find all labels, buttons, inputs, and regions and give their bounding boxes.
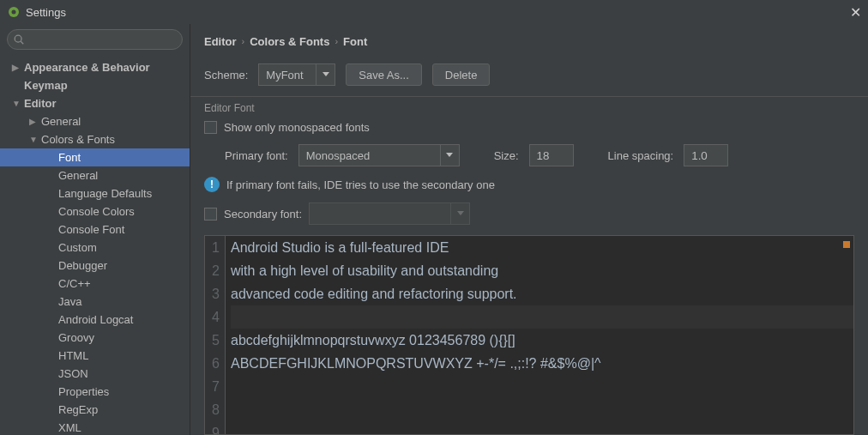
- info-icon: !: [204, 177, 220, 192]
- svg-point-1: [12, 10, 16, 15]
- size-label: Size:: [494, 149, 519, 162]
- code-line: with a high level of usability and outst…: [231, 259, 853, 282]
- tree-arrow-icon: ▼: [12, 99, 21, 108]
- tree-item-label: C/C++: [58, 277, 91, 290]
- tree-item[interactable]: Debugger: [0, 257, 190, 275]
- secondary-font-dropdown[interactable]: [309, 202, 470, 225]
- font-preview: 123456789 Android Studio is a full-featu…: [204, 235, 854, 435]
- scheme-value: MyFont: [259, 69, 316, 82]
- tree-arrow-icon: ▶: [12, 63, 21, 72]
- preview-gutter: 123456789: [205, 236, 226, 434]
- tree-item-label: Editor: [24, 97, 57, 110]
- search-input[interactable]: [7, 29, 183, 50]
- svg-point-2: [15, 35, 21, 42]
- show-monospaced-checkbox[interactable]: [204, 121, 217, 134]
- tree-item-label: Android Logcat: [58, 313, 133, 326]
- code-line: [231, 421, 853, 435]
- code-line: [231, 305, 853, 329]
- breadcrumb: Editor › Colors & Fonts › Font: [190, 24, 868, 53]
- tree-item-label: Colors & Fonts: [41, 133, 115, 146]
- tree-item[interactable]: ▶Appearance & Behavior: [0, 58, 190, 76]
- search-icon: [13, 33, 25, 45]
- gutter-line: 2: [205, 259, 220, 282]
- tree-item-label: HTML: [58, 349, 88, 362]
- tree-item[interactable]: ▼Colors & Fonts: [0, 130, 190, 148]
- close-icon[interactable]: ✕: [850, 4, 861, 21]
- tree-item[interactable]: XML: [0, 419, 190, 435]
- size-input[interactable]: [529, 144, 574, 166]
- tree-arrow-icon: ▼: [29, 135, 38, 144]
- gutter-line: 9: [205, 421, 220, 435]
- tree-item[interactable]: RegExp: [0, 401, 190, 419]
- tree-item[interactable]: Font: [0, 148, 190, 166]
- tree-item[interactable]: HTML: [0, 347, 190, 365]
- app-icon: [7, 5, 21, 19]
- code-line: advanced code editing and refactoring su…: [231, 282, 853, 305]
- tree-item-label: RegExp: [58, 403, 98, 416]
- chevron-down-icon: [440, 145, 459, 166]
- gutter-line: 8: [205, 398, 220, 421]
- breadcrumb-part[interactable]: Editor: [204, 35, 237, 48]
- tree-item[interactable]: Java: [0, 293, 190, 311]
- tree-item-label: General: [58, 169, 98, 182]
- tree-item-label: Console Colors: [58, 205, 135, 218]
- show-monospaced-label: Show only monospaced fonts: [224, 121, 370, 134]
- tree-item-label: Language Defaults: [58, 187, 152, 200]
- tree-item[interactable]: Language Defaults: [0, 184, 190, 202]
- tree-item-label: Properties: [58, 385, 109, 398]
- tree-item[interactable]: ▶General: [0, 112, 190, 130]
- tree-item[interactable]: Console Colors: [0, 202, 190, 221]
- titlebar: Settings ✕: [0, 0, 868, 24]
- tree-item[interactable]: Properties: [0, 383, 190, 401]
- primary-font-value: Monospaced: [299, 149, 440, 162]
- tree-item[interactable]: Groovy: [0, 329, 190, 347]
- tree-item[interactable]: JSON: [0, 365, 190, 383]
- tree-item-label: General: [41, 115, 81, 128]
- sidebar: ▶Appearance & BehaviorKeymap▼Editor▶Gene…: [0, 24, 190, 435]
- breadcrumb-sep: ›: [242, 36, 245, 46]
- line-spacing-input[interactable]: [684, 144, 728, 166]
- preview-code: Android Studio is a full-featured IDEwit…: [226, 236, 853, 434]
- breadcrumb-sep: ›: [335, 36, 338, 46]
- gutter-line: 6: [205, 352, 220, 375]
- tree-arrow-icon: ▶: [29, 117, 38, 126]
- window-title: Settings: [26, 6, 66, 19]
- secondary-font-label: Secondary font:: [224, 208, 302, 221]
- tree-item[interactable]: Console Font: [0, 221, 190, 239]
- tree-item[interactable]: Custom: [0, 239, 190, 257]
- svg-line-3: [21, 41, 23, 44]
- editor-font-section: Editor Font: [190, 97, 868, 116]
- tree-item-label: Custom: [58, 241, 97, 254]
- breadcrumb-part[interactable]: Colors & Fonts: [250, 35, 329, 48]
- secondary-font-checkbox[interactable]: [204, 208, 217, 221]
- gutter-line: 3: [205, 282, 220, 305]
- tree-item-label: Java: [58, 295, 81, 308]
- delete-button[interactable]: Delete: [432, 63, 491, 86]
- primary-font-dropdown[interactable]: Monospaced: [298, 144, 460, 166]
- code-line: abcdefghijklmnopqrstuvwxyz 0123456789 ()…: [231, 329, 853, 352]
- scheme-dropdown[interactable]: MyFont: [258, 63, 335, 86]
- code-line: ABCDEFGHIJKLMNOPQRSTUVWXYZ +-*/= .,;:!? …: [231, 352, 853, 375]
- svg-marker-6: [457, 211, 464, 215]
- tree-item-label: Keymap: [24, 79, 68, 92]
- line-spacing-label: Line spacing:: [608, 149, 674, 162]
- preview-marker: [843, 241, 850, 248]
- gutter-line: 1: [205, 236, 220, 259]
- tree-item[interactable]: ▼Editor: [0, 94, 190, 112]
- tree-item[interactable]: C/C++: [0, 275, 190, 293]
- tree-item-label: Appearance & Behavior: [24, 61, 150, 74]
- info-text: If primary font fails, IDE tries to use …: [226, 178, 495, 191]
- scheme-label: Scheme:: [204, 69, 248, 82]
- chevron-down-icon: [450, 203, 469, 224]
- gutter-line: 4: [205, 305, 220, 329]
- settings-tree: ▶Appearance & BehaviorKeymap▼Editor▶Gene…: [0, 55, 190, 435]
- save-as-button[interactable]: Save As...: [346, 63, 422, 86]
- tree-item-label: XML: [58, 421, 81, 434]
- tree-item[interactable]: Keymap: [0, 76, 190, 94]
- tree-item[interactable]: General: [0, 166, 190, 184]
- svg-marker-4: [322, 72, 329, 76]
- tree-item-label: JSON: [58, 367, 88, 380]
- tree-item[interactable]: Android Logcat: [0, 311, 190, 329]
- tree-item-label: Font: [58, 151, 81, 164]
- chevron-down-icon: [316, 64, 335, 85]
